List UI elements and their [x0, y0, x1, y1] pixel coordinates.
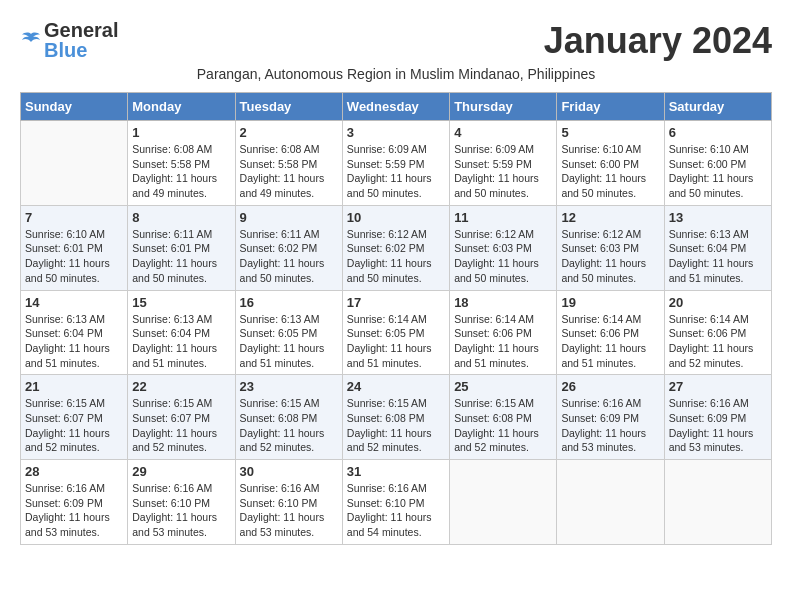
calendar-cell: 24Sunrise: 6:15 AMSunset: 6:08 PMDayligh… — [342, 375, 449, 460]
day-number: 11 — [454, 210, 552, 225]
day-info: Sunrise: 6:14 AMSunset: 6:05 PMDaylight:… — [347, 312, 445, 371]
day-number: 20 — [669, 295, 767, 310]
day-number: 13 — [669, 210, 767, 225]
day-of-week-header: Sunday — [21, 93, 128, 121]
day-info: Sunrise: 6:14 AMSunset: 6:06 PMDaylight:… — [561, 312, 659, 371]
calendar-cell — [21, 121, 128, 206]
calendar-cell: 13Sunrise: 6:13 AMSunset: 6:04 PMDayligh… — [664, 205, 771, 290]
day-of-week-header: Wednesday — [342, 93, 449, 121]
calendar-cell: 21Sunrise: 6:15 AMSunset: 6:07 PMDayligh… — [21, 375, 128, 460]
calendar-week-row: 1Sunrise: 6:08 AMSunset: 5:58 PMDaylight… — [21, 121, 772, 206]
day-info: Sunrise: 6:13 AMSunset: 6:04 PMDaylight:… — [669, 227, 767, 286]
day-info: Sunrise: 6:08 AMSunset: 5:58 PMDaylight:… — [132, 142, 230, 201]
day-info: Sunrise: 6:15 AMSunset: 6:08 PMDaylight:… — [240, 396, 338, 455]
calendar-cell: 25Sunrise: 6:15 AMSunset: 6:08 PMDayligh… — [450, 375, 557, 460]
day-number: 24 — [347, 379, 445, 394]
day-info: Sunrise: 6:11 AMSunset: 6:02 PMDaylight:… — [240, 227, 338, 286]
calendar-table: SundayMondayTuesdayWednesdayThursdayFrid… — [20, 92, 772, 545]
logo-blue: Blue — [44, 39, 87, 61]
calendar-cell: 29Sunrise: 6:16 AMSunset: 6:10 PMDayligh… — [128, 460, 235, 545]
calendar-cell: 3Sunrise: 6:09 AMSunset: 5:59 PMDaylight… — [342, 121, 449, 206]
day-info: Sunrise: 6:15 AMSunset: 6:08 PMDaylight:… — [347, 396, 445, 455]
day-info: Sunrise: 6:15 AMSunset: 6:07 PMDaylight:… — [25, 396, 123, 455]
month-title: January 2024 — [544, 20, 772, 62]
calendar-cell: 27Sunrise: 6:16 AMSunset: 6:09 PMDayligh… — [664, 375, 771, 460]
calendar-subtitle: Parangan, Autonomous Region in Muslim Mi… — [20, 66, 772, 82]
calendar-header-row: SundayMondayTuesdayWednesdayThursdayFrid… — [21, 93, 772, 121]
day-number: 1 — [132, 125, 230, 140]
day-number: 9 — [240, 210, 338, 225]
day-info: Sunrise: 6:15 AMSunset: 6:07 PMDaylight:… — [132, 396, 230, 455]
day-number: 10 — [347, 210, 445, 225]
day-number: 6 — [669, 125, 767, 140]
day-number: 12 — [561, 210, 659, 225]
day-number: 14 — [25, 295, 123, 310]
calendar-cell: 9Sunrise: 6:11 AMSunset: 6:02 PMDaylight… — [235, 205, 342, 290]
day-info: Sunrise: 6:09 AMSunset: 5:59 PMDaylight:… — [454, 142, 552, 201]
calendar-cell: 12Sunrise: 6:12 AMSunset: 6:03 PMDayligh… — [557, 205, 664, 290]
calendar-cell: 22Sunrise: 6:15 AMSunset: 6:07 PMDayligh… — [128, 375, 235, 460]
day-info: Sunrise: 6:11 AMSunset: 6:01 PMDaylight:… — [132, 227, 230, 286]
day-number: 4 — [454, 125, 552, 140]
day-info: Sunrise: 6:16 AMSunset: 6:09 PMDaylight:… — [669, 396, 767, 455]
day-number: 2 — [240, 125, 338, 140]
logo-bird-icon — [20, 30, 42, 52]
calendar-cell: 2Sunrise: 6:08 AMSunset: 5:58 PMDaylight… — [235, 121, 342, 206]
day-of-week-header: Tuesday — [235, 93, 342, 121]
calendar-week-row: 28Sunrise: 6:16 AMSunset: 6:09 PMDayligh… — [21, 460, 772, 545]
day-number: 31 — [347, 464, 445, 479]
day-info: Sunrise: 6:10 AMSunset: 6:00 PMDaylight:… — [669, 142, 767, 201]
day-number: 28 — [25, 464, 123, 479]
day-number: 22 — [132, 379, 230, 394]
calendar-cell: 18Sunrise: 6:14 AMSunset: 6:06 PMDayligh… — [450, 290, 557, 375]
day-number: 27 — [669, 379, 767, 394]
calendar-cell: 1Sunrise: 6:08 AMSunset: 5:58 PMDaylight… — [128, 121, 235, 206]
calendar-cell: 19Sunrise: 6:14 AMSunset: 6:06 PMDayligh… — [557, 290, 664, 375]
day-number: 16 — [240, 295, 338, 310]
calendar-cell: 4Sunrise: 6:09 AMSunset: 5:59 PMDaylight… — [450, 121, 557, 206]
calendar-cell — [557, 460, 664, 545]
calendar-cell — [450, 460, 557, 545]
calendar-cell: 26Sunrise: 6:16 AMSunset: 6:09 PMDayligh… — [557, 375, 664, 460]
calendar-cell: 8Sunrise: 6:11 AMSunset: 6:01 PMDaylight… — [128, 205, 235, 290]
day-number: 17 — [347, 295, 445, 310]
logo-general: General — [44, 19, 118, 41]
logo: General Blue — [20, 20, 118, 60]
day-info: Sunrise: 6:14 AMSunset: 6:06 PMDaylight:… — [454, 312, 552, 371]
day-info: Sunrise: 6:14 AMSunset: 6:06 PMDaylight:… — [669, 312, 767, 371]
calendar-cell: 17Sunrise: 6:14 AMSunset: 6:05 PMDayligh… — [342, 290, 449, 375]
calendar-cell: 11Sunrise: 6:12 AMSunset: 6:03 PMDayligh… — [450, 205, 557, 290]
day-number: 25 — [454, 379, 552, 394]
day-info: Sunrise: 6:15 AMSunset: 6:08 PMDaylight:… — [454, 396, 552, 455]
day-info: Sunrise: 6:13 AMSunset: 6:05 PMDaylight:… — [240, 312, 338, 371]
day-number: 15 — [132, 295, 230, 310]
calendar-cell: 30Sunrise: 6:16 AMSunset: 6:10 PMDayligh… — [235, 460, 342, 545]
calendar-cell: 28Sunrise: 6:16 AMSunset: 6:09 PMDayligh… — [21, 460, 128, 545]
day-number: 3 — [347, 125, 445, 140]
day-number: 23 — [240, 379, 338, 394]
day-info: Sunrise: 6:16 AMSunset: 6:10 PMDaylight:… — [240, 481, 338, 540]
day-info: Sunrise: 6:13 AMSunset: 6:04 PMDaylight:… — [132, 312, 230, 371]
day-number: 8 — [132, 210, 230, 225]
day-number: 30 — [240, 464, 338, 479]
calendar-week-row: 14Sunrise: 6:13 AMSunset: 6:04 PMDayligh… — [21, 290, 772, 375]
day-number: 21 — [25, 379, 123, 394]
day-of-week-header: Monday — [128, 93, 235, 121]
day-info: Sunrise: 6:13 AMSunset: 6:04 PMDaylight:… — [25, 312, 123, 371]
calendar-cell: 6Sunrise: 6:10 AMSunset: 6:00 PMDaylight… — [664, 121, 771, 206]
day-info: Sunrise: 6:12 AMSunset: 6:03 PMDaylight:… — [561, 227, 659, 286]
day-info: Sunrise: 6:08 AMSunset: 5:58 PMDaylight:… — [240, 142, 338, 201]
day-info: Sunrise: 6:12 AMSunset: 6:02 PMDaylight:… — [347, 227, 445, 286]
day-of-week-header: Saturday — [664, 93, 771, 121]
day-info: Sunrise: 6:09 AMSunset: 5:59 PMDaylight:… — [347, 142, 445, 201]
day-number: 19 — [561, 295, 659, 310]
day-of-week-header: Thursday — [450, 93, 557, 121]
day-info: Sunrise: 6:10 AMSunset: 6:01 PMDaylight:… — [25, 227, 123, 286]
day-number: 29 — [132, 464, 230, 479]
day-info: Sunrise: 6:16 AMSunset: 6:09 PMDaylight:… — [25, 481, 123, 540]
calendar-cell: 15Sunrise: 6:13 AMSunset: 6:04 PMDayligh… — [128, 290, 235, 375]
calendar-cell: 14Sunrise: 6:13 AMSunset: 6:04 PMDayligh… — [21, 290, 128, 375]
day-info: Sunrise: 6:16 AMSunset: 6:10 PMDaylight:… — [132, 481, 230, 540]
day-info: Sunrise: 6:16 AMSunset: 6:10 PMDaylight:… — [347, 481, 445, 540]
calendar-cell: 31Sunrise: 6:16 AMSunset: 6:10 PMDayligh… — [342, 460, 449, 545]
